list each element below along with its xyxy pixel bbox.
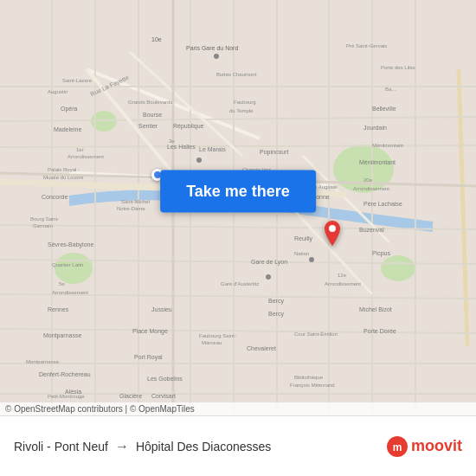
svg-text:20e: 20e — [363, 177, 373, 183]
svg-text:1er: 1er — [76, 147, 84, 152]
svg-text:Belleville: Belleville — [372, 106, 396, 112]
svg-text:Grands Boulevards: Grands Boulevards — [128, 100, 172, 105]
svg-text:Jourdain: Jourdain — [363, 125, 387, 131]
svg-text:Gare d'Austerlitz: Gare d'Austerlitz — [221, 281, 259, 286]
moovit-logo: m moovit — [387, 436, 462, 457]
svg-point-33 — [214, 54, 219, 59]
bottom-bar: Rivoli - Pont Neuf → Hôpital Des Diacone… — [0, 415, 476, 476]
svg-point-36 — [266, 274, 271, 280]
destination-pin — [320, 221, 344, 255]
svg-text:Germain: Germain — [33, 223, 53, 228]
take-me-there-button[interactable]: Take me there — [160, 170, 316, 212]
svg-text:Bibliothèque: Bibliothèque — [294, 375, 324, 380]
svg-text:Port Royal: Port Royal — [134, 354, 163, 361]
svg-text:Saint-Lazare: Saint-Lazare — [62, 78, 93, 83]
map-container: Paris Gare du Nord 10e Saint-Lazare Augu… — [0, 0, 476, 415]
svg-text:Ménilmontant: Ménilmontant — [359, 159, 396, 165]
svg-text:Glacière: Glacière — [119, 393, 142, 399]
moovit-brand-name: moovit — [411, 437, 462, 455]
svg-text:Porte Dorée: Porte Dorée — [363, 328, 396, 334]
svg-text:Jussieu: Jussieu — [151, 306, 172, 312]
svg-text:Gare de Lyon: Gare de Lyon — [251, 259, 287, 266]
svg-text:Buzenval: Buzenval — [359, 227, 384, 233]
svg-text:Arrondissement: Arrondissement — [68, 154, 104, 159]
svg-text:Michel Bizot: Michel Bizot — [359, 306, 392, 312]
svg-text:Porte des Lilas: Porte des Lilas — [381, 65, 415, 70]
moovit-logo-icon: m — [387, 436, 408, 457]
svg-text:Arrondissement: Arrondissement — [325, 281, 361, 286]
svg-text:m: m — [393, 441, 402, 453]
svg-text:Faubourg Saint-: Faubourg Saint- — [199, 333, 236, 338]
svg-text:12e: 12e — [338, 273, 347, 278]
svg-point-34 — [196, 158, 202, 163]
svg-text:Ba...: Ba... — [385, 87, 396, 92]
route-info: Rivoli - Pont Neuf → Hôpital Des Diacone… — [14, 439, 387, 454]
route-arrow-icon: → — [115, 439, 129, 454]
svg-text:Opéra: Opéra — [61, 106, 78, 113]
svg-text:Popincourt: Popincourt — [260, 149, 289, 156]
svg-text:du Temple: du Temple — [229, 108, 254, 113]
svg-text:Le Marais: Le Marais — [199, 146, 226, 152]
svg-text:Augustin: Augustin — [48, 89, 68, 94]
svg-text:Alésia: Alésia — [65, 389, 81, 395]
svg-text:Bourg Saint-: Bourg Saint- — [30, 216, 59, 222]
svg-point-2 — [55, 253, 93, 284]
svg-text:Les Halles: Les Halles — [167, 144, 196, 150]
svg-text:Paris Gare du Nord: Paris Gare du Nord — [186, 45, 238, 51]
svg-text:Concorde: Concorde — [42, 194, 68, 200]
svg-text:Bercy: Bercy — [268, 298, 284, 305]
svg-text:Corvisart: Corvisart — [151, 393, 176, 399]
svg-text:Marceau: Marceau — [202, 340, 222, 345]
svg-text:Arrondissement: Arrondissement — [52, 290, 88, 295]
svg-text:5e: 5e — [59, 281, 65, 286]
svg-text:Nation: Nation — [294, 251, 309, 256]
svg-text:Montparnasse: Montparnasse — [26, 359, 60, 364]
svg-text:Bourse: Bourse — [143, 112, 162, 118]
map-attribution: © OpenStreetMap contributors | © OpenMap… — [0, 402, 476, 415]
svg-text:Madeleine: Madeleine — [54, 126, 81, 132]
svg-text:Musée du Louvre: Musée du Louvre — [43, 175, 84, 180]
svg-text:Bercy: Bercy — [268, 311, 284, 318]
svg-text:Place Monge: Place Monge — [132, 328, 168, 335]
svg-text:Chevaleret: Chevaleret — [247, 345, 276, 351]
svg-point-35 — [309, 257, 314, 262]
svg-text:Sentier: Sentier — [138, 123, 158, 129]
svg-text:Sèvres-Babylone: Sèvres-Babylone — [48, 241, 93, 248]
svg-text:10e: 10e — [151, 36, 162, 42]
svg-text:François Mitterrand: François Mitterrand — [290, 383, 335, 388]
svg-text:Buttes Chaumont: Buttes Chaumont — [216, 72, 257, 77]
svg-text:Picpus: Picpus — [372, 250, 391, 257]
svg-text:Faubourg: Faubourg — [234, 100, 256, 105]
svg-text:Les Gobelins: Les Gobelins — [147, 376, 183, 382]
svg-point-4 — [381, 255, 415, 281]
svg-text:Cour Saint-Émilion: Cour Saint-Émilion — [294, 331, 338, 337]
svg-text:Rennes: Rennes — [48, 306, 69, 312]
svg-text:Denfert-Rochereau: Denfert-Rochereau — [39, 371, 91, 377]
svg-text:Pré Saint-Gervais: Pré Saint-Gervais — [346, 43, 387, 48]
origin-station: Rivoli - Pont Neuf — [14, 440, 108, 453]
svg-text:Reuilly: Reuilly — [294, 235, 313, 242]
svg-text:Arrondissement: Arrondissement — [353, 186, 389, 191]
svg-text:Palais Royal -: Palais Royal - — [48, 167, 80, 172]
svg-text:Père Lachaise: Père Lachaise — [363, 201, 402, 207]
svg-text:Notre-Dame: Notre-Dame — [117, 206, 145, 211]
destination-station: Hôpital Des Diaconesses — [136, 440, 271, 453]
svg-point-114 — [329, 225, 336, 232]
svg-text:Saint-Michel: Saint-Michel — [121, 199, 150, 204]
svg-text:Montparnasse: Montparnasse — [43, 332, 81, 339]
svg-text:Quartier Latin: Quartier Latin — [52, 262, 83, 267]
svg-text:Ménilmontant: Ménilmontant — [372, 143, 403, 148]
svg-text:République: République — [173, 123, 204, 130]
